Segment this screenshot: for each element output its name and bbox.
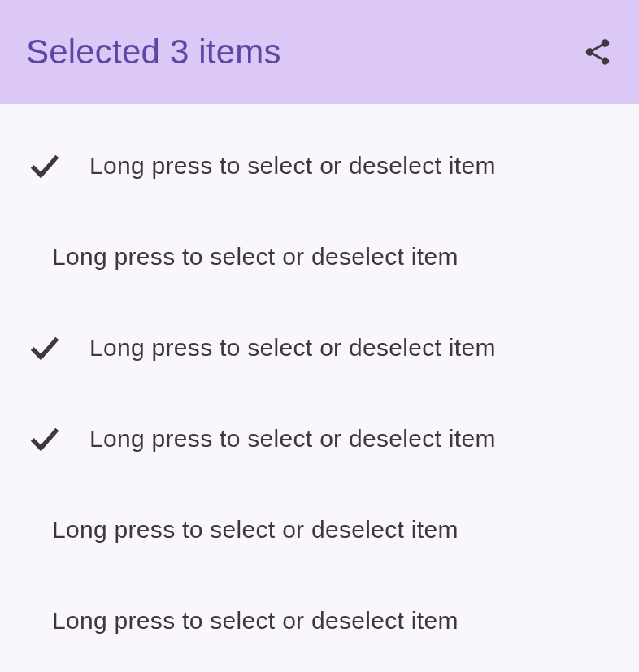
list-item-label: Long press to select or deselect item	[52, 243, 459, 271]
list-item[interactable]: Long press to select or deselect item	[0, 120, 639, 211]
check-icon	[26, 329, 63, 366]
share-icon[interactable]	[582, 37, 613, 67]
list-item[interactable]: Long press to select or deselect item	[0, 393, 639, 484]
check-icon	[26, 420, 63, 457]
list-item-label: Long press to select or deselect item	[89, 425, 496, 453]
list-item[interactable]: Long press to select or deselect item	[0, 302, 639, 393]
list-item[interactable]: Long press to select or deselect item	[0, 211, 639, 302]
appbar: Selected 3 items	[0, 0, 639, 104]
list-container: Long press to select or deselect item Lo…	[0, 104, 639, 666]
appbar-title: Selected 3 items	[26, 33, 281, 72]
list-item-label: Long press to select or deselect item	[89, 334, 496, 362]
list-item-label: Long press to select or deselect item	[89, 152, 496, 180]
list-item[interactable]: Long press to select or deselect item	[0, 484, 639, 575]
list-item-label: Long press to select or deselect item	[52, 516, 459, 544]
list-item-label: Long press to select or deselect item	[52, 607, 459, 635]
check-icon	[26, 147, 63, 184]
list-item[interactable]: Long press to select or deselect item	[0, 575, 639, 666]
